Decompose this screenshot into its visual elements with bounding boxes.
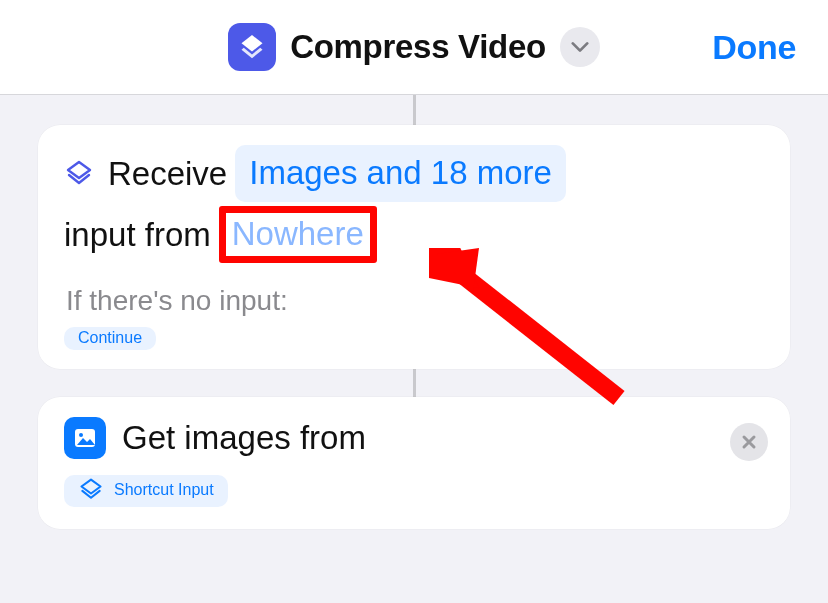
receive-input-card: Receive Images and 18 more input from No… bbox=[38, 125, 790, 369]
shortcut-title[interactable]: Compress Video bbox=[290, 28, 546, 66]
done-button[interactable]: Done bbox=[712, 28, 796, 67]
input-source-token[interactable]: Nowhere bbox=[232, 215, 364, 252]
no-input-label: If there's no input: bbox=[66, 285, 764, 317]
receive-verb: Receive bbox=[108, 148, 227, 199]
connector-line bbox=[413, 95, 416, 125]
annotation-highlight-box: Nowhere bbox=[219, 206, 377, 263]
shortcuts-layers-icon bbox=[64, 159, 94, 189]
photos-action-icon bbox=[64, 417, 106, 459]
get-images-label: Get images from bbox=[122, 419, 366, 457]
title-menu-chevron-icon[interactable] bbox=[560, 27, 600, 67]
get-images-card: Get images from Shortcut Input bbox=[38, 397, 790, 529]
connector-line bbox=[413, 369, 416, 397]
shortcuts-app-icon bbox=[228, 23, 276, 71]
from-label: input from bbox=[64, 209, 211, 260]
svg-point-1 bbox=[79, 433, 83, 437]
shortcuts-layers-icon bbox=[78, 477, 104, 503]
shortcut-input-token[interactable]: Shortcut Input bbox=[64, 475, 228, 507]
no-input-action-token[interactable]: Continue bbox=[64, 327, 156, 350]
input-types-token[interactable]: Images and 18 more bbox=[235, 145, 566, 202]
editor-header: Compress Video Done bbox=[0, 0, 828, 95]
